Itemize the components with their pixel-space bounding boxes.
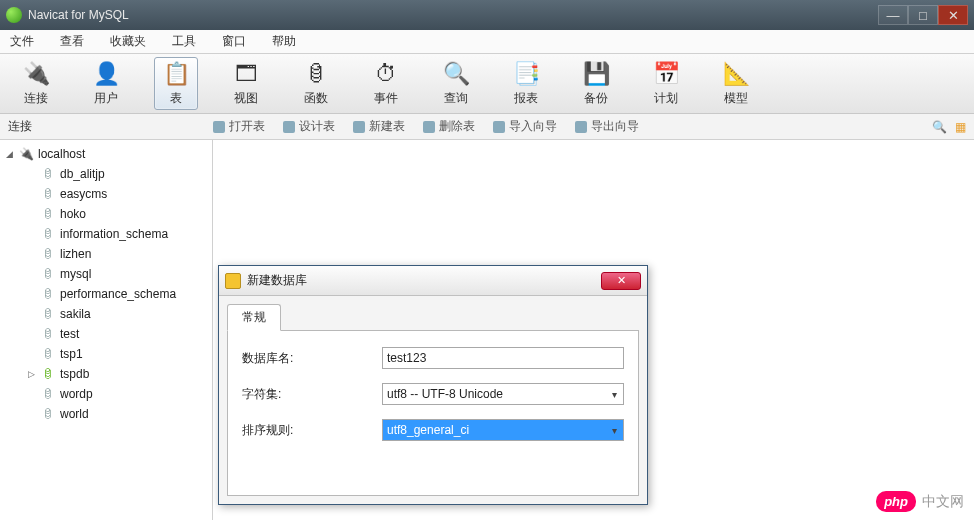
action-新建表[interactable]: 新建表 <box>353 118 405 135</box>
tool-备份[interactable]: 💾备份 <box>574 58 618 109</box>
tool-label: 连接 <box>24 90 48 107</box>
dialog-title: 新建数据库 <box>247 272 601 289</box>
tree-label: tspdb <box>60 367 89 381</box>
title-bar: Navicat for MySQL — □ ✕ <box>0 0 974 30</box>
toolbar-right-icons: 🔍 ▦ <box>932 120 966 134</box>
tree-db-world[interactable]: 🛢world <box>0 404 212 424</box>
collation-label: 排序规则: <box>242 422 382 439</box>
minimize-button[interactable]: — <box>878 5 908 25</box>
connection-tree[interactable]: ◢🔌localhost🛢db_alitjp🛢easycms🛢hoko🛢infor… <box>0 140 213 520</box>
tree-label: test <box>60 327 79 341</box>
charset-select[interactable]: utf8 -- UTF-8 Unicode <box>382 383 624 405</box>
menu-bar: 文件 查看 收藏夹 工具 窗口 帮助 <box>0 30 974 54</box>
window-buttons: — □ ✕ <box>878 5 968 25</box>
tree-db-easycms[interactable]: 🛢easycms <box>0 184 212 204</box>
grid-icon[interactable]: ▦ <box>955 120 966 134</box>
connection-icon: 🔌 <box>18 146 34 162</box>
tree-db-tspdb[interactable]: ▷🛢tspdb <box>0 364 212 384</box>
tree-db-sakila[interactable]: 🛢sakila <box>0 304 212 324</box>
database-icon: 🛢 <box>40 386 56 402</box>
menu-help[interactable]: 帮助 <box>272 33 296 50</box>
action-设计表[interactable]: 设计表 <box>283 118 335 135</box>
database-icon: 🛢 <box>40 206 56 222</box>
tree-db-performance_schema[interactable]: 🛢performance_schema <box>0 284 212 304</box>
tool-连接[interactable]: 🔌连接 <box>14 58 58 109</box>
tab-general[interactable]: 常规 <box>227 304 281 331</box>
tool-icon: 🔌 <box>22 60 50 88</box>
database-icon: 🛢 <box>40 246 56 262</box>
tool-label: 查询 <box>444 90 468 107</box>
tool-事件[interactable]: ⏱事件 <box>364 58 408 109</box>
expand-icon[interactable]: ◢ <box>6 149 18 159</box>
action-删除表[interactable]: 删除表 <box>423 118 475 135</box>
tool-计划[interactable]: 📅计划 <box>644 58 688 109</box>
tree-label: performance_schema <box>60 287 176 301</box>
menu-view[interactable]: 查看 <box>60 33 84 50</box>
action-导出向导[interactable]: 导出向导 <box>575 118 639 135</box>
menu-file[interactable]: 文件 <box>10 33 34 50</box>
tree-label: wordp <box>60 387 93 401</box>
menu-window[interactable]: 窗口 <box>222 33 246 50</box>
action-导入向导[interactable]: 导入向导 <box>493 118 557 135</box>
table-actions: 打开表设计表新建表删除表导入向导导出向导 <box>213 118 932 135</box>
database-icon: 🛢 <box>40 406 56 422</box>
action-icon <box>575 121 587 133</box>
tool-label: 函数 <box>304 90 328 107</box>
tool-label: 表 <box>170 90 182 107</box>
tree-db-information_schema[interactable]: 🛢information_schema <box>0 224 212 244</box>
tree-db-mysql[interactable]: 🛢mysql <box>0 264 212 284</box>
tool-函数[interactable]: 🛢函数 <box>294 58 338 109</box>
dbname-label: 数据库名: <box>242 350 382 367</box>
tree-label: hoko <box>60 207 86 221</box>
database-icon <box>225 273 241 289</box>
tool-查询[interactable]: 🔍查询 <box>434 58 478 109</box>
tool-用户[interactable]: 👤用户 <box>84 58 128 109</box>
menu-tools[interactable]: 工具 <box>172 33 196 50</box>
charset-label: 字符集: <box>242 386 382 403</box>
tree-label: lizhen <box>60 247 91 261</box>
tree-label: mysql <box>60 267 91 281</box>
tree-db-lizhen[interactable]: 🛢lizhen <box>0 244 212 264</box>
dialog-form: 数据库名: test123 字符集: utf8 -- UTF-8 Unicode… <box>227 331 639 496</box>
tool-label: 视图 <box>234 90 258 107</box>
tool-icon: ⏱ <box>372 60 400 88</box>
tool-label: 模型 <box>724 90 748 107</box>
tree-db-tsp1[interactable]: 🛢tsp1 <box>0 344 212 364</box>
expand-icon[interactable]: ▷ <box>28 369 40 379</box>
tree-db-test[interactable]: 🛢test <box>0 324 212 344</box>
database-icon: 🛢 <box>40 326 56 342</box>
dialog-close-button[interactable]: ✕ <box>601 272 641 290</box>
action-打开表[interactable]: 打开表 <box>213 118 265 135</box>
tool-报表[interactable]: 📑报表 <box>504 58 548 109</box>
database-icon: 🛢 <box>40 186 56 202</box>
menu-favorites[interactable]: 收藏夹 <box>110 33 146 50</box>
dbname-input[interactable]: test123 <box>382 347 624 369</box>
sub-toolbar: 连接 打开表设计表新建表删除表导入向导导出向导 🔍 ▦ <box>0 114 974 140</box>
action-icon <box>213 121 225 133</box>
close-button[interactable]: ✕ <box>938 5 968 25</box>
tool-icon: 📋 <box>162 60 190 88</box>
search-icon[interactable]: 🔍 <box>932 120 947 134</box>
tool-视图[interactable]: 🗔视图 <box>224 58 268 109</box>
watermark: php 中文网 <box>876 491 964 512</box>
maximize-button[interactable]: □ <box>908 5 938 25</box>
tree-label: information_schema <box>60 227 168 241</box>
database-icon: 🛢 <box>40 166 56 182</box>
database-icon: 🛢 <box>40 306 56 322</box>
tree-db-wordp[interactable]: 🛢wordp <box>0 384 212 404</box>
panel-header: 连接 <box>8 118 213 135</box>
action-icon <box>353 121 365 133</box>
tool-icon: 📅 <box>652 60 680 88</box>
watermark-badge: php <box>876 491 916 512</box>
dialog-titlebar[interactable]: 新建数据库 ✕ <box>219 266 647 296</box>
tree-connection[interactable]: ◢🔌localhost <box>0 144 212 164</box>
tool-表[interactable]: 📋表 <box>154 57 198 110</box>
database-icon: 🛢 <box>40 226 56 242</box>
action-icon <box>423 121 435 133</box>
tree-db-hoko[interactable]: 🛢hoko <box>0 204 212 224</box>
tool-label: 事件 <box>374 90 398 107</box>
tool-模型[interactable]: 📐模型 <box>714 58 758 109</box>
tree-db-db_alitjp[interactable]: 🛢db_alitjp <box>0 164 212 184</box>
watermark-text: 中文网 <box>922 493 964 511</box>
collation-select[interactable]: utf8_general_ci <box>382 419 624 441</box>
